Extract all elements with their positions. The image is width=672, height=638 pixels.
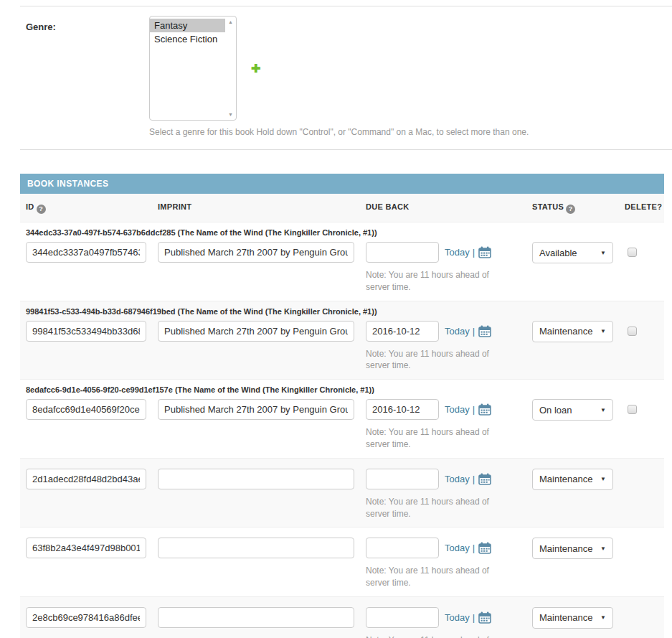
table-row: Today | Note: You are 11 hours ahead of … <box>20 459 664 528</box>
genre-option-fantasy[interactable]: Fantasy <box>150 19 225 32</box>
imprint-input[interactable] <box>158 321 354 342</box>
instance-label: 8edafcc6-9d1e-4056-9f20-ce99d1ef157e (Th… <box>20 384 664 399</box>
chevron-down-icon: ▼ <box>600 407 606 413</box>
add-genre-icon[interactable]: ✚ <box>251 62 260 75</box>
today-link[interactable]: Today <box>445 326 470 337</box>
status-select-value: On loan <box>539 405 572 416</box>
status-select-value: Maintenance <box>539 543 592 554</box>
id-input[interactable] <box>26 242 146 263</box>
imprint-input[interactable] <box>158 469 354 489</box>
due-back-input[interactable] <box>366 399 439 420</box>
table-row: Today | Note: You are 11 hours ahead of … <box>20 597 664 638</box>
today-link[interactable]: Today <box>445 612 470 623</box>
imprint-input[interactable] <box>158 607 354 628</box>
calendar-icon[interactable] <box>478 473 491 485</box>
due-back-input[interactable] <box>366 538 439 558</box>
chevron-down-icon: ▼ <box>600 328 606 334</box>
today-link[interactable]: Today <box>445 404 470 415</box>
table-row: 8edafcc6-9d1e-4056-9f20-ce99d1ef157e (Th… <box>20 380 664 459</box>
table-row: Today | Note: You are 11 hours ahead of … <box>20 527 664 597</box>
column-header-due-back: DUE BACK <box>360 202 526 214</box>
status-select-value: Maintenance <box>539 612 592 623</box>
genre-options-list: Fantasy Science Fiction <box>150 17 225 120</box>
id-input[interactable] <box>26 469 146 489</box>
instance-label: 344edc33-37a0-497f-b574-637b6ddcf285 (Th… <box>20 227 664 242</box>
due-back-input[interactable] <box>366 469 439 489</box>
due-back-input[interactable] <box>366 607 439 628</box>
calendar-icon[interactable] <box>478 325 491 337</box>
status-select[interactable]: On loan ▼ <box>532 399 613 421</box>
server-time-note: Note: You are 11 hours ahead of server t… <box>366 269 513 294</box>
server-time-note: Note: You are 11 hours ahead of server t… <box>366 426 513 451</box>
chevron-down-icon: ▼ <box>600 545 606 552</box>
status-select-value: Maintenance <box>539 474 592 484</box>
genre-widget: Fantasy Science Fiction ▲ ▼ ✚ <box>149 16 260 121</box>
genre-label: Genre: <box>26 16 149 32</box>
status-select-value: Maintenance <box>539 326 592 337</box>
delete-checkbox[interactable] <box>628 405 637 414</box>
id-input[interactable] <box>26 399 146 420</box>
server-time-note: Note: You are 11 hours ahead of server t… <box>366 634 513 638</box>
module-title: BOOK INSTANCES <box>20 174 664 194</box>
calendar-icon[interactable] <box>478 246 491 258</box>
genre-field-row: Genre: Fantasy Science Fiction ▲ ▼ ✚ <box>26 16 672 121</box>
calendar-icon[interactable] <box>478 611 491 624</box>
link-separator: | <box>473 404 475 415</box>
id-input[interactable] <box>26 538 146 558</box>
table-row: 344edc33-37a0-497f-b574-637b6ddcf285 (Th… <box>20 222 664 301</box>
book-instances-module: BOOK INSTANCES ID? IMPRINT DUE BACK STAT… <box>20 174 664 638</box>
chevron-down-icon: ▼ <box>600 476 606 482</box>
server-time-note: Note: You are 11 hours ahead of server t… <box>366 496 513 520</box>
column-header-id: ID? <box>20 202 152 214</box>
status-select-value: Available <box>539 248 577 258</box>
chevron-down-icon: ▼ <box>600 614 606 621</box>
genre-help-text: Select a genre for this book Hold down "… <box>149 127 672 137</box>
chevron-down-icon: ▼ <box>600 250 606 256</box>
status-help-icon: ? <box>566 205 575 214</box>
table-row: 99841f53-c533-494b-b33d-687946f19bed (Th… <box>20 301 664 380</box>
column-header-delete: DELETE? <box>619 202 664 214</box>
status-select[interactable]: Available ▼ <box>532 242 613 263</box>
today-link[interactable]: Today <box>445 247 470 258</box>
instance-label: 99841f53-c533-494b-b33d-687946f19bed (Th… <box>20 306 664 321</box>
today-link[interactable]: Today <box>445 543 470 553</box>
id-input[interactable] <box>26 321 146 342</box>
genre-option-science-fiction[interactable]: Science Fiction <box>150 32 225 46</box>
genre-select-scrollbar[interactable]: ▲ ▼ <box>225 17 236 120</box>
calendar-icon[interactable] <box>478 403 491 416</box>
imprint-input[interactable] <box>158 242 354 263</box>
server-time-note: Note: You are 11 hours ahead of server t… <box>366 565 513 589</box>
table-header-row: ID? IMPRINT DUE BACK STATUS? DELETE? <box>20 194 664 222</box>
server-time-note: Note: You are 11 hours ahead of server t… <box>366 348 513 372</box>
delete-checkbox[interactable] <box>628 248 637 257</box>
scroll-down-icon[interactable]: ▼ <box>228 112 233 117</box>
column-header-imprint: IMPRINT <box>152 202 360 214</box>
link-separator: | <box>473 543 475 553</box>
id-help-icon: ? <box>37 205 46 214</box>
due-back-input[interactable] <box>366 321 439 342</box>
status-select[interactable]: Maintenance ▼ <box>532 469 613 490</box>
top-divider <box>20 6 672 6</box>
link-separator: | <box>473 612 475 623</box>
id-input[interactable] <box>26 607 146 628</box>
imprint-input[interactable] <box>158 538 354 558</box>
link-separator: | <box>473 326 475 337</box>
today-link[interactable]: Today <box>445 474 470 484</box>
section-divider <box>20 149 672 150</box>
scroll-up-icon[interactable]: ▲ <box>228 19 233 24</box>
calendar-icon[interactable] <box>478 542 491 554</box>
genre-multiselect[interactable]: Fantasy Science Fiction ▲ ▼ <box>149 16 237 121</box>
column-header-status: STATUS? <box>526 202 619 214</box>
status-select[interactable]: Maintenance ▼ <box>532 538 613 559</box>
status-select[interactable]: Maintenance ▼ <box>532 607 613 629</box>
status-select[interactable]: Maintenance ▼ <box>532 321 613 342</box>
link-separator: | <box>473 247 475 258</box>
delete-checkbox[interactable] <box>628 327 637 336</box>
link-separator: | <box>473 474 475 484</box>
due-back-input[interactable] <box>366 242 439 263</box>
imprint-input[interactable] <box>158 399 354 420</box>
